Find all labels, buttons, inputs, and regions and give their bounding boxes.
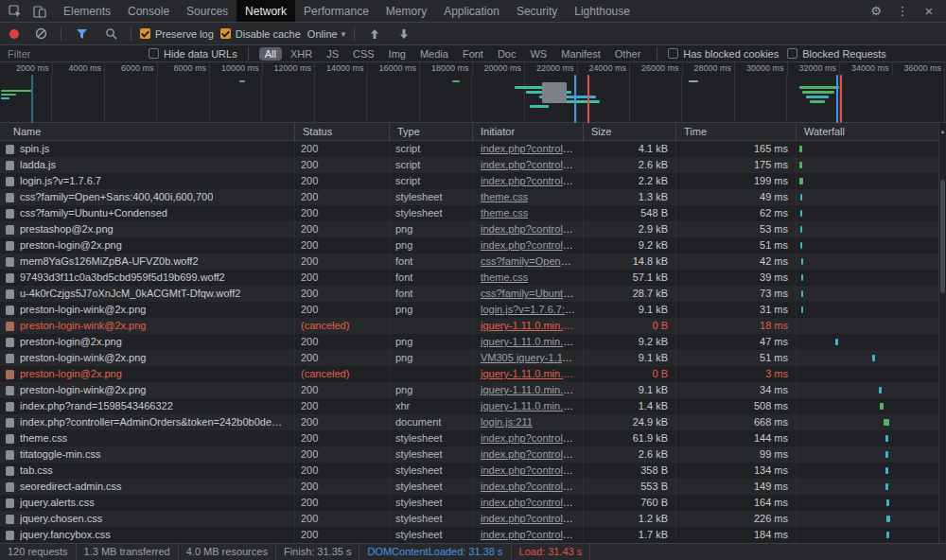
request-row[interactable]: spin.js200scriptindex.php?controller=Adm… [0, 141, 946, 157]
initiator-link[interactable]: login.js:211 [481, 416, 533, 428]
request-row[interactable]: login.js?v=1.7.6.7200scriptindex.php?con… [0, 173, 946, 189]
tab-console[interactable]: Console [119, 0, 178, 22]
initiator-link[interactable]: index.php?controller=AdminLogi… [481, 239, 584, 251]
tab-memory[interactable]: Memory [377, 0, 435, 22]
request-row[interactable]: seoredirect-admin.css200stylesheetindex.… [0, 479, 946, 495]
initiator-link[interactable]: theme.css [481, 207, 528, 219]
scroll-up-icon[interactable]: ▲ [939, 123, 946, 141]
initiator-link[interactable]: index.php?controller=AdminOrd… [481, 497, 584, 508]
request-row[interactable]: preston-login@2x.png200pngindex.php?cont… [0, 237, 946, 254]
initiator-link[interactable]: css?family=Open+Sans:400,400i… [481, 255, 584, 267]
request-row[interactable]: u-4k0rCzjgs5J7oXnJcM_0kACGMtT-Dfqw.woff2… [0, 286, 946, 302]
export-har-icon[interactable] [393, 25, 415, 44]
tab-performance[interactable]: Performance [295, 0, 377, 22]
disable-cache-checkbox[interactable] [220, 28, 231, 39]
initiator-link[interactable]: VM305 jquery-1.11.0.min.js:4 [481, 352, 584, 363]
request-row[interactable]: titatoggle-min.css200stylesheetindex.php… [0, 446, 946, 463]
request-row[interactable]: mem8YaGs126MiZpBA-UFVZ0b.woff2200fontcss… [0, 254, 946, 270]
request-row[interactable]: 97493d3f11c0a3bd5cbd959f5d19b699.woff220… [0, 270, 946, 286]
clear-icon[interactable] [29, 25, 52, 44]
tab-elements[interactable]: Elements [55, 0, 119, 22]
initiator-link[interactable]: index.php?controller=AdminLogi… [481, 223, 584, 235]
request-row[interactable]: index.php?controller=AdminOrders&token=2… [0, 414, 946, 430]
kebab-menu-icon[interactable]: ⋮ [891, 2, 914, 21]
filter-pill-xhr[interactable]: XHR [285, 47, 318, 61]
blocked-requests-checkbox[interactable] [787, 48, 797, 59]
request-row[interactable]: preston-login-wink@2x.png200pnglogin.js?… [0, 302, 946, 318]
request-row[interactable]: preston-login@2x.png(canceled)jquery-1.1… [0, 366, 946, 382]
column-header-time[interactable]: Time [676, 123, 797, 140]
request-rows[interactable]: spin.js200scriptindex.php?controller=Adm… [0, 141, 946, 543]
request-row[interactable]: prestashop@2x.png200pngindex.php?control… [0, 221, 946, 237]
column-header-waterfall[interactable]: Waterfall [797, 123, 946, 140]
inspect-element-icon[interactable] [4, 2, 26, 21]
request-row[interactable]: index.php?rand=1598543466322200xhrjquery… [0, 398, 946, 414]
column-header-size[interactable]: Size [584, 123, 676, 140]
initiator-link[interactable]: jquery-1.11.0.min.js:4 [481, 336, 579, 347]
initiator-link[interactable]: jquery-1.11.0.min.js:4 [481, 368, 579, 379]
request-row[interactable]: css?family=Ubuntu+Condensed200stylesheet… [0, 205, 946, 221]
hide-data-urls-checkbox[interactable] [149, 48, 159, 59]
request-row[interactable]: css?family=Open+Sans:400,400i,600,700200… [0, 189, 946, 205]
request-row[interactable]: preston-login@2x.png200pngjquery-1.11.0.… [0, 334, 946, 350]
blocked-requests-toggle[interactable]: Blocked Requests [787, 48, 886, 60]
has-blocked-cookies-toggle[interactable]: Has blocked cookies [668, 48, 779, 60]
filter-pill-manifest[interactable]: Manifest [555, 47, 606, 61]
initiator-link[interactable]: css?family=Ubuntu+Condensed [481, 288, 584, 299]
request-row[interactable]: jquery.alerts.css200stylesheetindex.php?… [0, 495, 946, 511]
throttling-select[interactable]: Online ▾ [307, 28, 345, 40]
initiator-link[interactable]: jquery-1.11.0.min.js:4 [481, 384, 579, 395]
hide-data-urls-toggle[interactable]: Hide data URLs [149, 48, 237, 60]
initiator-link[interactable]: index.php?controller=AdminOrd… [481, 432, 584, 444]
filter-input[interactable] [8, 48, 140, 60]
filter-funnel-icon[interactable] [70, 25, 93, 44]
scrollbar-thumb[interactable] [940, 180, 945, 293]
record-button[interactable] [9, 29, 19, 39]
column-header-name[interactable]: Name [0, 123, 295, 140]
preserve-log-checkbox[interactable] [140, 28, 150, 39]
filter-pill-js[interactable]: JS [321, 47, 344, 61]
close-icon[interactable]: × [918, 2, 940, 21]
initiator-link[interactable]: index.php?controller=AdminOrd… [481, 448, 584, 460]
request-row[interactable]: jquery.fancybox.css200stylesheetindex.ph… [0, 527, 946, 543]
initiator-link[interactable]: index.php?controller=AdminLogi… [481, 143, 584, 154]
initiator-link[interactable]: index.php?controller=AdminOrd… [481, 529, 584, 540]
initiator-link[interactable]: jquery-1.11.0.min.js:4 [481, 320, 579, 331]
overview-graph[interactable] [0, 75, 946, 122]
request-row[interactable]: preston-login-wink@2x.png(canceled)jquer… [0, 318, 946, 334]
disable-cache-toggle[interactable]: Disable cache [220, 28, 301, 40]
request-row[interactable]: ladda.js200scriptindex.php?controller=Ad… [0, 157, 946, 173]
initiator-link[interactable]: index.php?controller=AdminOrd… [481, 513, 584, 524]
initiator-link[interactable]: index.php?controller=AdminLogi… [481, 159, 584, 170]
tab-lighthouse[interactable]: Lighthouse [566, 0, 639, 22]
filter-pill-font[interactable]: Font [457, 47, 489, 61]
tab-network[interactable]: Network [236, 0, 295, 22]
request-row[interactable]: tab.css200stylesheetindex.php?controller… [0, 463, 946, 479]
filter-pill-doc[interactable]: Doc [492, 47, 522, 61]
request-row[interactable]: jquery.chosen.css200stylesheetindex.php?… [0, 511, 946, 527]
initiator-link[interactable]: login.js?v=1.7.6.7:119 [481, 304, 582, 315]
initiator-link[interactable]: index.php?controller=AdminLogi… [481, 175, 584, 186]
has-blocked-cookies-checkbox[interactable] [668, 48, 678, 59]
preserve-log-toggle[interactable]: Preserve log [140, 28, 214, 40]
request-row[interactable]: theme.css200stylesheetindex.php?controll… [0, 430, 946, 446]
initiator-link[interactable]: theme.css [481, 191, 528, 202]
tab-application[interactable]: Application [435, 0, 508, 22]
column-header-type[interactable]: Type [390, 123, 473, 140]
settings-gear-icon[interactable]: ⚙ [865, 2, 887, 21]
request-row[interactable]: preston-login-wink@2x.png200pngjquery-1.… [0, 382, 946, 398]
vertical-scrollbar[interactable]: ▲ [938, 123, 946, 543]
filter-pill-other[interactable]: Other [609, 47, 647, 61]
tab-security[interactable]: Security [508, 0, 566, 22]
tab-sources[interactable]: Sources [178, 0, 236, 22]
import-har-icon[interactable] [363, 25, 386, 44]
network-overview[interactable]: 2000 ms4000 ms6000 ms8000 ms10000 ms1200… [0, 62, 946, 123]
column-header-status[interactable]: Status [295, 123, 390, 140]
initiator-link[interactable]: index.php?controller=AdminOrd… [481, 481, 584, 492]
filter-pill-css[interactable]: CSS [347, 47, 380, 61]
filter-pill-img[interactable]: Img [383, 47, 412, 61]
column-header-initiator[interactable]: Initiator [473, 123, 584, 140]
request-row[interactable]: preston-login-wink@2x.png200pngVM305 jqu… [0, 350, 946, 366]
search-icon[interactable] [99, 25, 122, 44]
filter-pill-media[interactable]: Media [414, 47, 454, 61]
